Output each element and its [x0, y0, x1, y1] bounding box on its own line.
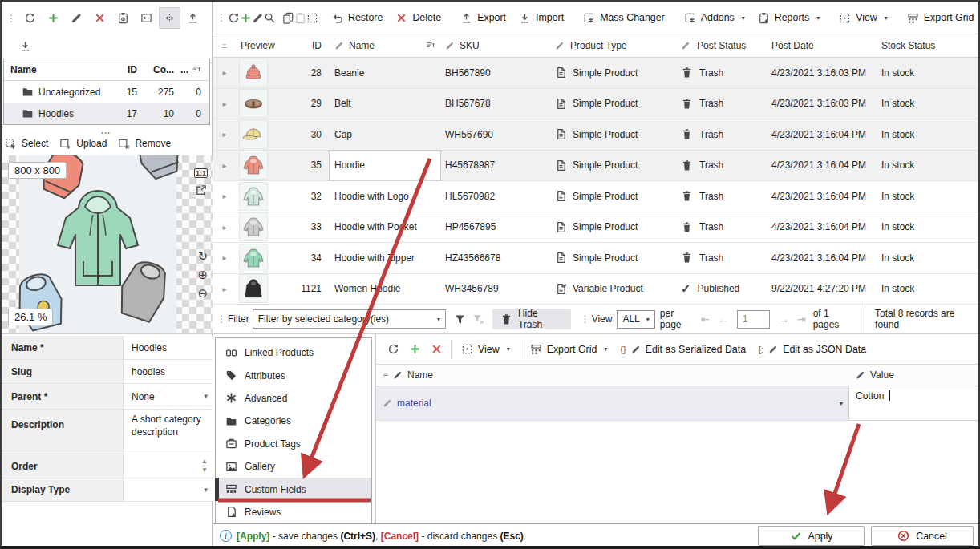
paste-special-button[interactable] [306, 7, 318, 29]
restore-button[interactable]: Restore [325, 6, 389, 29]
form-value-field[interactable]: A short category description [124, 410, 213, 454]
cf-export-grid-button[interactable]: Export Grid▾ [524, 338, 614, 361]
refresh-button[interactable] [19, 7, 41, 29]
import-categories-button[interactable] [14, 35, 36, 57]
row-expander[interactable]: ▸ [213, 151, 236, 181]
category-row[interactable]: Hoodies 17 10 0 [4, 103, 209, 124]
product-name-cell[interactable]: Hoodie [330, 151, 440, 181]
detail-tab[interactable]: Advanced [216, 387, 371, 410]
product-thumbnail[interactable] [239, 151, 268, 180]
export-grid-button[interactable]: Export Grid▾ [901, 6, 980, 29]
export-categories-button[interactable] [182, 7, 204, 29]
product-thumbnail[interactable] [239, 244, 268, 272]
edit-serialized-button[interactable]: {}Edit as Serialized Data [614, 338, 752, 361]
product-sku-cell[interactable]: H45678987 [440, 151, 550, 181]
col-post-status[interactable]: Post Status [676, 34, 767, 57]
view-button[interactable]: View▾ [832, 6, 894, 29]
preview-clipboard-button[interactable] [112, 7, 134, 29]
edit-product-button[interactable] [252, 7, 264, 29]
product-row[interactable]: ▸ 34 Hoodie with Zipper HZ43566678 Simpl… [213, 243, 978, 274]
detail-tab[interactable]: Custom Fields [216, 478, 371, 500]
row-expander[interactable]: ▸ [213, 274, 236, 305]
zoom-in-icon[interactable]: ⊕ [197, 268, 208, 281]
field-adornment[interactable]: ▲▼ [201, 454, 208, 478]
one-to-one-button[interactable]: 1:1 [194, 168, 208, 178]
product-thumbnail[interactable] [239, 120, 268, 149]
add-custom-field-button[interactable] [404, 338, 426, 360]
col-stock-status[interactable]: Stock Status [875, 34, 978, 57]
mass-changer-button[interactable]: Mass Changer [577, 6, 671, 29]
product-thumbnail[interactable] [239, 59, 268, 87]
edit-json-button[interactable]: [:Edit as JSON Data [752, 338, 873, 361]
product-type-cell[interactable]: Simple Product [555, 159, 638, 172]
product-name-cell[interactable]: Hoodie with Logo [330, 181, 440, 212]
col-sku[interactable]: SKU [440, 34, 550, 57]
post-status-cell[interactable]: ✓Trash [681, 67, 723, 79]
export-button[interactable]: Export [454, 6, 512, 29]
product-sku-cell[interactable]: BH567890 [440, 58, 550, 88]
row-expander[interactable]: ▸ [213, 89, 236, 119]
apply-button[interactable]: Apply [758, 526, 865, 546]
category-col-extra[interactable]: ... [174, 64, 209, 75]
add-product-button[interactable] [240, 7, 252, 29]
delete-custom-field-button[interactable] [426, 338, 447, 360]
field-adornment[interactable]: ▾ [204, 478, 208, 501]
col-post-date[interactable]: Post Date [767, 34, 875, 57]
category-col-id[interactable]: ID [110, 64, 137, 75]
addons-button[interactable]: Addons▾ [678, 6, 751, 29]
rotate-icon[interactable]: ↻ [197, 250, 208, 262]
category-row[interactable]: Uncategorized 15 275 0 [4, 81, 209, 103]
add-category-button[interactable] [43, 7, 64, 29]
category-col-count[interactable]: Co... [137, 64, 174, 75]
product-sku-cell[interactable]: WH3456789 [440, 274, 550, 305]
column-options-button[interactable]: ≡ [213, 34, 236, 57]
post-status-cell[interactable]: ✓Trash [681, 159, 723, 172]
split-view-button[interactable] [159, 7, 180, 29]
import-button[interactable]: Import [512, 6, 570, 29]
detail-tab[interactable]: Product Tags [216, 433, 371, 455]
product-thumbnail[interactable] [239, 212, 268, 241]
product-name-cell[interactable]: Women Hoodie [330, 274, 440, 305]
image-adjust-button[interactable] [136, 7, 157, 29]
product-thumbnail[interactable] [239, 182, 268, 211]
detail-tab[interactable]: Reviews [216, 501, 371, 523]
refresh-grid-button[interactable] [228, 7, 240, 29]
product-type-cell[interactable]: Simple Product [555, 190, 638, 202]
post-status-cell[interactable]: ✓Trash [681, 190, 723, 202]
toolbar-drag-handle[interactable]: ⋮ [3, 13, 18, 24]
product-row[interactable]: ▸ 29 Belt BH567678 Simple Product ✓Trash… [213, 89, 978, 120]
per-page-select[interactable]: ALL▾ [617, 310, 654, 329]
col-name[interactable]: Name [330, 34, 440, 57]
col-id[interactable]: ID [285, 34, 330, 57]
detail-tab[interactable]: Attributes [216, 364, 371, 386]
search-button[interactable] [264, 7, 276, 29]
select-image-button[interactable]: Select [5, 138, 48, 150]
chevron-down-icon[interactable]: ▾ [840, 400, 843, 407]
custom-field-name[interactable]: material [383, 398, 431, 409]
product-sku-cell[interactable]: HL5670982 [440, 181, 550, 212]
product-row[interactable]: ▸ 35 Hoodie H45678987 Simple Product ✓Tr… [213, 151, 978, 182]
product-name-cell[interactable]: Beanie [330, 58, 440, 88]
detail-tab[interactable]: Gallery [216, 455, 371, 478]
row-expander[interactable]: ▸ [213, 243, 236, 273]
product-sku-cell[interactable]: HZ43566678 [440, 243, 550, 273]
product-name-cell[interactable]: Hoodie with Pocket [330, 212, 440, 243]
post-status-cell[interactable]: ✓Trash [681, 128, 723, 140]
clear-filter-icon[interactable] [472, 313, 484, 325]
detail-tab[interactable]: Categories [216, 410, 371, 432]
remove-image-button[interactable]: Remove [118, 138, 171, 150]
next-page-button[interactable]: → [779, 313, 789, 325]
detail-tab[interactable]: Linked Products [216, 341, 371, 364]
reports-button[interactable]: Reports▾ [751, 6, 826, 29]
product-sku-cell[interactable]: WH567690 [440, 119, 550, 150]
toolbar-drag-handle[interactable]: ⋮ [213, 313, 228, 325]
product-type-cell[interactable]: Variable Product [555, 283, 643, 295]
product-type-cell[interactable]: Simple Product [555, 67, 638, 79]
prev-page-button[interactable]: ← [718, 313, 728, 325]
open-external-icon[interactable] [195, 184, 207, 196]
zoom-out-icon[interactable]: ⊖ [197, 287, 208, 299]
row-expander[interactable]: ▸ [213, 58, 236, 88]
first-page-button[interactable]: ⇤ [701, 313, 710, 325]
toolbar-drag-handle[interactable]: ⋮ [213, 12, 228, 23]
product-name-cell[interactable]: Belt [330, 89, 440, 119]
